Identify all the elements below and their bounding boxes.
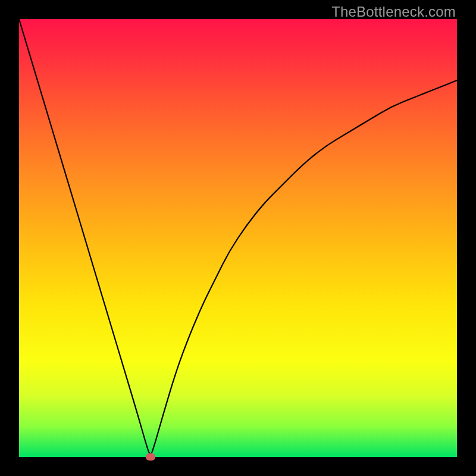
chart-frame: TheBottleneck.com xyxy=(0,0,476,476)
minimum-marker xyxy=(146,453,155,461)
plot-area xyxy=(19,19,457,457)
watermark-text: TheBottleneck.com xyxy=(331,4,456,20)
bottleneck-curve xyxy=(19,19,457,457)
